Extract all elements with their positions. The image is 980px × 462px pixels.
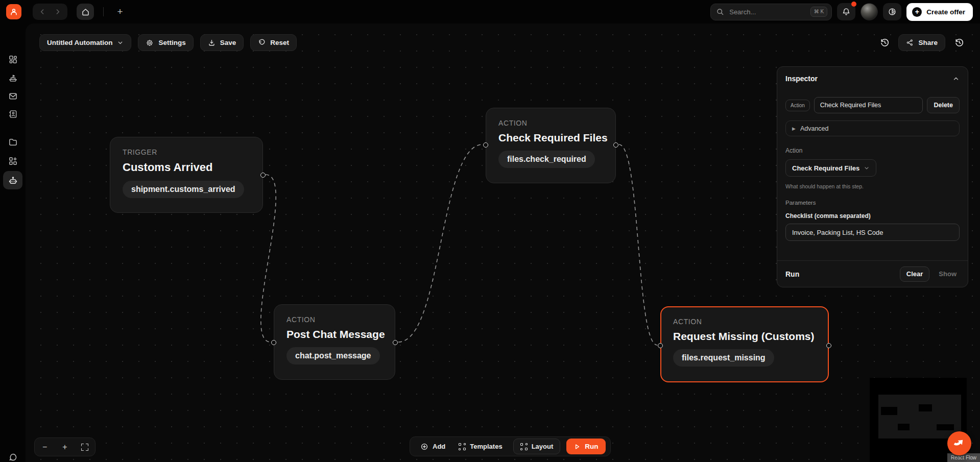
flow-actions: Share — [877, 34, 967, 51]
layout-grid-icon — [520, 443, 528, 450]
node-action-request-missing-customs[interactable]: ACTION Request Missing (Customs) files.r… — [660, 306, 829, 382]
automation-name-dropdown[interactable]: Untitled Automation — [39, 34, 131, 51]
sidebar-item-dashboard[interactable] — [3, 50, 22, 68]
undo-history-button[interactable] — [877, 35, 892, 51]
user-avatar[interactable] — [861, 3, 878, 20]
history-nav-group — [33, 4, 67, 20]
node-trigger-customs-arrived[interactable]: TRIGGER Customs Arrived shipment.customs… — [110, 137, 263, 213]
delete-node-button[interactable]: Delete — [927, 97, 960, 113]
action-select-value: Check Required Files — [792, 164, 859, 172]
node-kind-label: ACTION — [498, 119, 603, 127]
chevron-down-icon — [117, 39, 124, 46]
sidebar-item-automations[interactable] — [3, 171, 22, 189]
output-port[interactable] — [613, 142, 618, 148]
history-clock-icon — [954, 38, 964, 47]
search-input[interactable] — [728, 8, 806, 16]
checklist-input[interactable] — [785, 224, 960, 241]
parameters-section-label: Parameters — [785, 200, 960, 206]
forward-button[interactable] — [50, 5, 65, 18]
node-code-pill: chat.post_message — [286, 347, 380, 364]
node-title: Customs Arrived — [123, 161, 250, 174]
plus-icon: + — [62, 443, 67, 452]
add-label: Add — [433, 443, 445, 450]
react-flow-attribution[interactable]: React Flow — [947, 453, 980, 462]
zoom-out-button[interactable]: − — [38, 441, 52, 454]
inspector-header: Inspector — [785, 75, 960, 83]
notifications-button[interactable] — [837, 3, 855, 20]
templates-grid-icon — [459, 443, 466, 450]
node-title: Request Missing (Customs) — [673, 330, 816, 343]
left-sidebar — [0, 23, 26, 462]
folder-icon — [8, 137, 18, 147]
chevron-right-icon — [54, 8, 62, 16]
home-button[interactable] — [77, 4, 94, 20]
node-action-post-chat-message[interactable]: ACTION Post Chat Message chat.post_messa… — [274, 304, 395, 380]
theme-toggle-button[interactable] — [883, 3, 901, 20]
canvas-bottom-toolbar: Add Templates Layout Run — [410, 436, 611, 456]
reset-button[interactable]: Reset — [250, 34, 297, 51]
share-label: Share — [918, 39, 938, 46]
clear-button[interactable]: Clear — [900, 266, 930, 282]
share-button[interactable]: Share — [898, 34, 945, 51]
fullscreen-icon — [81, 444, 88, 451]
sidebar-item-files[interactable] — [3, 133, 22, 151]
advanced-section-toggle[interactable]: ▶ Advanced — [785, 120, 960, 136]
create-offer-button[interactable]: + Create offer — [906, 3, 973, 21]
templates-button[interactable]: Templates — [453, 439, 508, 454]
inspector-title: Inspector — [785, 75, 818, 83]
checklist-field-label: Checklist (comma separated) — [785, 212, 960, 220]
node-type-badge: Action — [785, 100, 810, 111]
new-tab-button[interactable]: + — [113, 5, 127, 19]
sidebar-item-chat[interactable] — [3, 448, 22, 462]
collapse-chevron-up-icon[interactable] — [952, 75, 960, 82]
app-logo[interactable] — [6, 4, 21, 19]
robot-icon — [8, 176, 18, 185]
zoom-in-button[interactable]: + — [58, 441, 71, 454]
sidebar-item-shipments[interactable] — [3, 68, 22, 87]
action-select-dropdown[interactable]: Check Required Files — [785, 159, 876, 177]
minus-icon: − — [42, 443, 47, 452]
output-port[interactable] — [393, 340, 398, 345]
search-box[interactable]: ⌘ K — [710, 4, 832, 20]
arrow-up-right-icon — [952, 436, 966, 450]
node-action-check-required-files[interactable]: ACTION Check Required Files files.check_… — [486, 108, 616, 183]
show-button[interactable]: Show — [936, 270, 960, 278]
input-port[interactable] — [271, 340, 276, 345]
input-port[interactable] — [658, 343, 663, 348]
inspector-panel: Inspector Action Delete ▶ Advanced Actio… — [777, 66, 968, 287]
automation-name-label: Untitled Automation — [47, 39, 112, 46]
node-name-input[interactable] — [814, 97, 923, 113]
sidebar-item-contacts[interactable] — [3, 105, 22, 123]
run-section-label: Run — [785, 270, 900, 278]
node-kind-label: ACTION — [286, 315, 383, 324]
advanced-label: Advanced — [800, 125, 829, 132]
address-book-icon — [8, 109, 18, 119]
output-port[interactable] — [826, 343, 831, 348]
assistant-fab-button[interactable] — [947, 431, 971, 455]
version-history-button[interactable] — [951, 35, 967, 51]
sidebar-item-mail[interactable] — [3, 87, 22, 105]
chevron-left-icon — [38, 8, 46, 16]
search-icon — [716, 8, 724, 16]
minimap-node — [919, 404, 932, 411]
theme-contrast-icon — [888, 7, 897, 16]
create-offer-label: Create offer — [926, 8, 965, 16]
plus-circle-icon — [420, 443, 428, 451]
input-port[interactable] — [483, 142, 488, 148]
save-label: Save — [220, 39, 236, 46]
save-button[interactable]: Save — [200, 34, 244, 51]
add-node-button[interactable]: Add — [415, 439, 451, 454]
plus-icon: + — [117, 6, 123, 17]
sidebar-item-apps[interactable] — [3, 152, 22, 170]
output-port[interactable] — [260, 173, 266, 178]
settings-button[interactable]: Settings — [138, 34, 193, 51]
layout-button[interactable]: Layout — [513, 439, 561, 454]
fit-view-button[interactable] — [78, 441, 91, 454]
run-button[interactable]: Run — [566, 439, 605, 454]
search-shortcut-badge: ⌘ K — [810, 7, 827, 17]
back-button[interactable] — [35, 5, 50, 18]
mail-icon — [8, 91, 18, 101]
node-name-row: Action Delete — [785, 97, 960, 113]
home-icon — [81, 8, 90, 16]
node-code-pill: files.check_required — [498, 151, 595, 168]
